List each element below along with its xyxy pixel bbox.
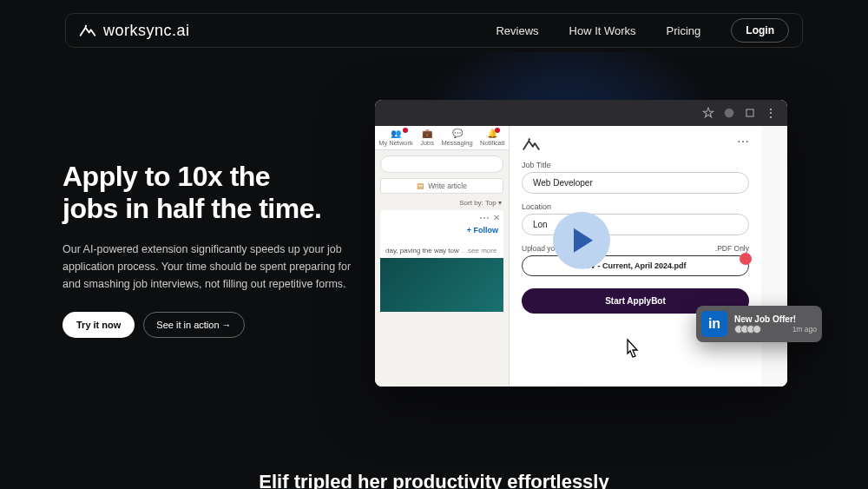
play-button[interactable] bbox=[553, 212, 610, 269]
hero-subtitle: Our AI-powered extension significantly s… bbox=[62, 241, 362, 293]
hero-title: Apply to 10x the jobs in half the time. bbox=[62, 161, 362, 225]
toast-avatars bbox=[734, 325, 761, 334]
job-title-input: Web Developer bbox=[522, 172, 749, 194]
follow-button: + Follow bbox=[385, 226, 498, 235]
job-title-label: Job Title bbox=[522, 161, 749, 169]
post-image bbox=[380, 258, 503, 312]
linkedin-feed: 👥My Network 💼Jobs 💬Messaging 🔔Notificati… bbox=[375, 126, 510, 387]
chrome-menu-icon: ⋮ bbox=[765, 106, 777, 120]
try-it-button[interactable]: Try it now bbox=[62, 312, 135, 338]
linkedin-search bbox=[380, 155, 503, 173]
svg-point-1 bbox=[725, 109, 734, 118]
top-nav: worksync.ai Reviews How It Works Pricing… bbox=[65, 13, 803, 48]
tab-notifications: 🔔Notificati bbox=[480, 129, 505, 147]
linkedin-icon: in bbox=[701, 311, 727, 337]
badge-icon bbox=[495, 128, 500, 133]
play-icon bbox=[574, 228, 593, 253]
badge-icon bbox=[403, 128, 408, 133]
post-text: day, paving the way tow …see more bbox=[385, 247, 498, 254]
toast-title: New Job Offer! bbox=[734, 314, 817, 324]
linkedin-tabs: 👥My Network 💼Jobs 💬Messaging 🔔Notificati bbox=[375, 126, 509, 150]
cursor-icon bbox=[622, 338, 641, 365]
job-offer-toast[interactable]: in New Job Offer! 1m ago bbox=[696, 306, 822, 342]
hero: Apply to 10x the jobs in half the time. … bbox=[62, 161, 362, 338]
remove-file-icon bbox=[740, 253, 752, 265]
tab-jobs: 💼Jobs bbox=[420, 129, 434, 147]
see-action-button[interactable]: See it in action → bbox=[143, 312, 244, 338]
panel-menu-icon: ⋯ bbox=[737, 135, 749, 149]
toast-body: New Job Offer! 1m ago bbox=[734, 314, 817, 334]
linkedin-post: ⋯ ✕ + Follow day, paving the way tow …se… bbox=[380, 210, 503, 312]
location-label: Location bbox=[522, 202, 749, 211]
cv-file-pill: CV - Current, April 2024.pdf bbox=[522, 255, 749, 276]
extension-icon bbox=[723, 107, 735, 119]
nav-reviews[interactable]: Reviews bbox=[496, 24, 538, 37]
logo[interactable]: worksync.ai bbox=[79, 22, 190, 40]
star-icon bbox=[702, 107, 714, 119]
hero-title-line1: Apply to 10x the bbox=[62, 161, 270, 192]
puzzle-icon bbox=[744, 107, 756, 119]
nav-how-it-works[interactable]: How It Works bbox=[569, 24, 636, 37]
upload-label: Upload yo bbox=[522, 244, 555, 253]
testimonial-headline: Elif tripled her productivity effortless… bbox=[259, 471, 608, 489]
right-strip bbox=[761, 126, 787, 387]
demo-screenshot: ⋮ 👥My Network 💼Jobs 💬Messaging 🔔Notifica… bbox=[375, 100, 787, 387]
toast-time: 1m ago bbox=[792, 325, 817, 334]
logo-icon bbox=[79, 23, 96, 37]
post-menu-icon: ⋯ bbox=[479, 212, 490, 224]
write-article: ▤Write article bbox=[380, 178, 503, 194]
svg-point-3 bbox=[529, 138, 530, 140]
tab-messaging: 💬Messaging bbox=[441, 129, 472, 147]
svg-rect-2 bbox=[746, 109, 753, 116]
post-close-icon: ✕ bbox=[493, 213, 500, 222]
svg-point-0 bbox=[85, 25, 87, 27]
cv-file-name: CV - Current, April 2024.pdf bbox=[584, 261, 686, 270]
hero-title-line2: jobs in half the time. bbox=[62, 193, 321, 224]
nav-pricing[interactable]: Pricing bbox=[667, 24, 701, 37]
upload-hint: .PDF Only bbox=[715, 244, 749, 253]
extension-panel: ⋯ Job Title Web Developer Location Lon U… bbox=[510, 126, 761, 387]
hero-buttons: Try it now See it in action → bbox=[62, 312, 362, 338]
nav-links: Reviews How It Works Pricing Login bbox=[496, 18, 789, 43]
logo-text: worksync.ai bbox=[103, 22, 190, 40]
tab-network: 👥My Network bbox=[378, 129, 413, 147]
browser-chrome: ⋮ bbox=[375, 100, 787, 126]
sort-label: Sort by: Top ▾ bbox=[375, 195, 509, 210]
panel-logo-icon bbox=[522, 136, 541, 152]
login-button[interactable]: Login bbox=[731, 18, 789, 43]
